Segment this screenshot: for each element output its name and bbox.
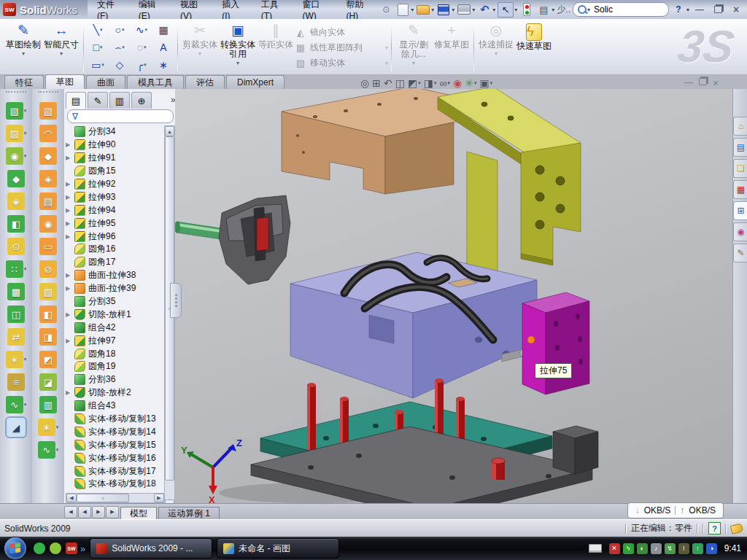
surfaces-toolbar-button[interactable]: ▧▾ — [39, 102, 57, 120]
toolbar-overflow-label[interactable]: 少.. — [557, 4, 570, 16]
task-pane-tab[interactable]: ❏ — [733, 159, 747, 178]
features-toolbar-button[interactable]: ◉▾ — [6, 147, 27, 165]
tree-filter-box[interactable]: ∇ — [67, 109, 174, 123]
feature-tree-item[interactable]: ▶ 圆角17 — [66, 256, 163, 269]
update-shield-icon[interactable]: ↑ — [692, 543, 703, 554]
sketch-entity-button[interactable]: ○▾ — [109, 21, 131, 39]
features-toolbar-button[interactable]: ⇄▾ — [7, 328, 25, 346]
view-tool-button[interactable]: ◫▾ — [395, 77, 405, 89]
surfaces-toolbar-button[interactable]: ◉▾ — [39, 215, 57, 233]
panel-splitter-handle[interactable] — [170, 283, 182, 318]
expand-arrow-icon[interactable]: ▶ — [66, 194, 71, 201]
defense-shield-icon[interactable]: ϟ — [623, 543, 634, 554]
view-tool-button[interactable]: ↶▾ — [384, 77, 392, 89]
doc-close-button[interactable]: × — [713, 77, 719, 89]
tab-nav-button[interactable]: ▶ — [106, 506, 119, 518]
expand-arrow-icon[interactable]: ▶ — [66, 181, 71, 187]
menu-item[interactable]: 帮助(H) — [336, 0, 379, 19]
pattern-row-button[interactable]: ▧ 移动实体▾ — [295, 56, 388, 69]
sketch-entity-button[interactable]: ▭▾ — [87, 56, 109, 74]
sketch-entity-button[interactable]: ╭▾ — [131, 56, 152, 74]
select-tool-button[interactable]: ↖ — [498, 2, 514, 18]
graphics-viewport[interactable]: Y Z X 拉伸75 — [175, 89, 732, 503]
feature-tree-item[interactable]: ▶ 圆角19 — [66, 360, 163, 373]
tab-nav-button[interactable]: ◀ — [78, 506, 91, 518]
command-tab[interactable]: 草图 — [45, 74, 85, 89]
part-gray-clamp[interactable] — [219, 195, 290, 284]
minimize-button[interactable]: — — [692, 4, 708, 15]
close-button[interactable]: × — [728, 4, 744, 15]
features-toolbar-button[interactable]: ≡▾ — [7, 373, 25, 391]
surfaces-toolbar-button[interactable]: ▨▾ — [39, 283, 57, 300]
tree-vscrollbar[interactable]: ▲ ≡ ▼ — [164, 125, 175, 510]
surfaces-toolbar-button[interactable]: ▭▾ — [39, 238, 57, 255]
surfaces-toolbar-button[interactable]: ◧▾ — [39, 306, 57, 323]
quick-snaps-button[interactable]: ◎ 快速捕捉▾ — [477, 20, 515, 74]
warning-icon[interactable]: ! — [678, 543, 689, 554]
surfaces-toolbar-button[interactable]: ◈▾ — [39, 170, 57, 187]
sketch-entity-button[interactable]: ▦▾ — [152, 21, 174, 39]
status-help-icon[interactable]: ? — [708, 522, 721, 534]
feature-tree-item[interactable]: ▶ 分割36 — [66, 373, 163, 386]
command-tab[interactable]: DimXpert — [226, 75, 285, 89]
sketch-entity-button[interactable]: ◇▾ — [109, 56, 131, 74]
view-tool-button[interactable]: ◩▾ — [408, 77, 421, 89]
document-tab[interactable]: 模型 — [120, 507, 157, 520]
repair-sketch-button[interactable]: + 修复草图 — [433, 20, 471, 74]
optimizer-icon[interactable]: ◐ — [637, 543, 648, 554]
sketch-entity-button[interactable]: ⌢▾ — [109, 39, 131, 56]
surfaces-toolbar-button[interactable]: ▥▾ — [39, 396, 57, 413]
pattern-row-button[interactable]: ◭ 镜向实体▾ — [295, 26, 388, 39]
feature-tree-item[interactable]: ▶ 圆角18 — [66, 347, 163, 360]
taskbar-task-button[interactable]: 未命名 - 画图 — [217, 538, 339, 559]
restore-button[interactable] — [710, 4, 726, 15]
feature-tree-item[interactable]: ▶ 曲面-拉伸39 — [66, 282, 163, 295]
scroll-left-icon[interactable]: ◀ — [66, 494, 77, 502]
doc-restore-button[interactable] — [699, 77, 707, 89]
feature-tree-item[interactable]: ▶ 实体-移动/复制13 — [66, 413, 163, 426]
help-button[interactable]: ? — [671, 3, 686, 17]
expand-arrow-icon[interactable]: ▶ — [66, 285, 71, 292]
feature-tree-item[interactable]: ▶ 拉伸92 — [66, 178, 163, 191]
toolbar-grip[interactable] — [38, 91, 58, 98]
task-pane-tab[interactable]: ⊞ — [733, 201, 747, 220]
sketch-entity-button[interactable]: A▾ — [152, 39, 174, 56]
save-button[interactable] — [436, 3, 451, 17]
features-toolbar-button[interactable]: ▧▾ — [6, 102, 27, 120]
expand-arrow-icon[interactable]: ▶ — [66, 311, 71, 318]
options-button[interactable]: ▤ — [536, 3, 551, 17]
surfaces-toolbar-button[interactable]: ▤▾ — [39, 192, 57, 210]
sketch-entity-button[interactable]: ◌▾ — [131, 39, 152, 56]
menu-item[interactable]: 工具(T) — [252, 0, 293, 19]
start-button[interactable] — [4, 537, 26, 559]
task-pane-tab[interactable]: ▤ — [733, 138, 747, 157]
sketch-entity-button[interactable]: ∗▾ — [152, 56, 174, 74]
feature-tree-item[interactable]: ▶ 圆角15 — [66, 165, 163, 178]
features-toolbar-button[interactable]: ◢▾ — [7, 419, 25, 436]
feature-tree-item[interactable]: ▶ 实体-移动/复制17 — [66, 464, 163, 478]
open-button[interactable] — [416, 3, 430, 17]
trim-entities-button[interactable]: ✂ 剪裁实体▾ — [181, 20, 219, 74]
menu-item[interactable]: 窗口(W) — [293, 0, 337, 19]
document-tab[interactable]: 运动算例 1 — [158, 507, 220, 520]
new-document-button[interactable] — [395, 3, 410, 17]
feature-tree-item[interactable]: ▶ 切除-放样2 — [66, 386, 163, 400]
feature-tree-item[interactable]: ▶ 拉伸97 — [66, 334, 163, 347]
features-toolbar-button[interactable]: ∷▾ — [6, 260, 27, 278]
usb-icon[interactable]: ↯ — [665, 543, 676, 554]
tag-icon[interactable] — [730, 523, 744, 534]
convert-entities-button[interactable]: ▣ 转换实体引用▾ — [219, 20, 257, 74]
menu-item[interactable]: 插入(I) — [212, 0, 252, 19]
taskbar-task-button[interactable]: SolidWorks 2009 - ... — [90, 538, 212, 559]
network-speed-monitor[interactable]: ↓ OKB/S ↑ OKB/S — [627, 502, 724, 518]
view-tool-button[interactable]: ◎▾ — [360, 77, 369, 89]
surfaces-toolbar-button[interactable]: ∗▾ — [38, 419, 59, 436]
expand-arrow-icon[interactable]: ▶ — [66, 272, 71, 279]
quick-launch-overflow-icon[interactable]: » — [80, 543, 85, 554]
surfaces-toolbar-button[interactable]: ◨▾ — [39, 328, 57, 346]
feature-tree-item[interactable]: ▶ 拉伸90 — [66, 139, 163, 152]
feature-tree-item[interactable]: ▶ 实体-移动/复制15 — [66, 438, 163, 451]
feature-tree-item[interactable]: ▶ 圆角16 — [66, 243, 163, 256]
task-pane-tab[interactable]: ✎ — [733, 244, 747, 262]
feature-tree-item[interactable]: ▶ 切除-放样1 — [66, 308, 163, 321]
